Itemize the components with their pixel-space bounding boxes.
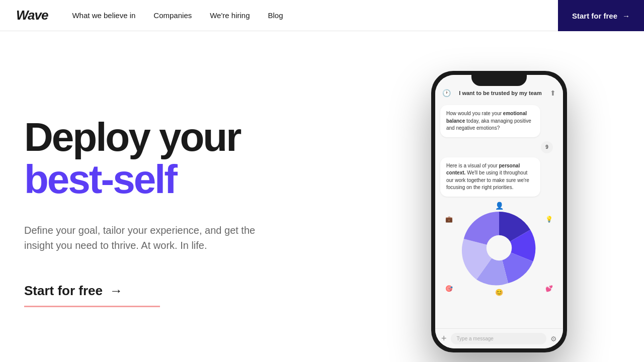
nav-link-companies[interactable]: Companies xyxy=(153,11,192,20)
chat-header-title: I want to be trusted by my team xyxy=(451,90,550,96)
hero-title-line2: best-self xyxy=(24,157,176,202)
phone-mockup-container: 🕐 I want to be trusted by my team ⬆ How … xyxy=(419,71,580,352)
plus-icon[interactable]: + xyxy=(441,333,447,344)
arrow-icon-nav: → xyxy=(622,12,630,20)
hero-subtitle: Define your goal, tailor your experience… xyxy=(24,223,286,253)
svg-point-0 xyxy=(487,235,512,260)
gear-icon[interactable]: ⚙ xyxy=(550,335,557,343)
phone-notch xyxy=(471,75,527,86)
navigation: Wave What we believe in Companies We're … xyxy=(0,0,644,31)
start-free-nav-button[interactable]: Start for free → xyxy=(558,0,644,31)
emoji-bottom: 😊 xyxy=(495,289,503,296)
phone-outer: 🕐 I want to be trusted by my team ⬆ How … xyxy=(431,71,567,352)
nav-link-hiring[interactable]: We're hiring xyxy=(210,11,250,20)
bubble2-text: Here is a visual of your xyxy=(446,163,499,168)
arrow-icon-hero: → xyxy=(110,283,123,299)
nav-link-believe[interactable]: What we believe in xyxy=(72,11,135,20)
chat-bubble-1: How would you rate your emotional balanc… xyxy=(440,105,540,137)
hero-cta-text[interactable]: Start for free → xyxy=(24,283,160,299)
bubble1-text: How would you rate your xyxy=(446,111,502,116)
emoji-left-bottom: 🎯 xyxy=(445,285,453,292)
emoji-right-top: 💡 xyxy=(545,216,553,223)
hero-left: Deploy your best-self Define your goal, … xyxy=(24,116,419,307)
clock-icon: 🕐 xyxy=(442,89,451,97)
nav-link-blog[interactable]: Blog xyxy=(268,11,283,20)
chat-body: How would you rate your emotional balanc… xyxy=(435,101,563,328)
nav-links: What we believe in Companies We're hirin… xyxy=(72,11,607,20)
message-input[interactable]: Type a message xyxy=(451,333,546,344)
nav-right: Log in Start for free → xyxy=(607,11,628,20)
hero-section: Deploy your best-self Define your goal, … xyxy=(0,31,644,362)
emoji-right-bottom: 💕 xyxy=(545,285,553,292)
hero-cta-label: Start for free xyxy=(24,283,103,299)
emoji-left-top: 💼 xyxy=(445,216,453,223)
share-icon: ⬆ xyxy=(550,89,556,97)
number-badge: 9 xyxy=(541,141,553,153)
hero-cta[interactable]: Start for free → xyxy=(24,283,160,307)
hero-title-line1: Deploy your xyxy=(24,115,240,159)
hero-title: Deploy your best-self xyxy=(24,116,398,201)
chart-area: 👤 💼 💡 🎯 💕 😊 xyxy=(440,201,558,297)
cta-underline xyxy=(24,306,160,307)
emoji-top: 👤 xyxy=(495,202,504,210)
logo[interactable]: Wave xyxy=(16,8,48,23)
chat-footer: + Type a message ⚙ xyxy=(435,328,563,348)
pie-chart xyxy=(454,203,544,293)
phone-screen: 🕐 I want to be trusted by my team ⬆ How … xyxy=(435,75,563,348)
chat-bubble-2: Here is a visual of your personal contex… xyxy=(440,157,540,197)
start-free-nav-label: Start for free xyxy=(572,12,617,20)
